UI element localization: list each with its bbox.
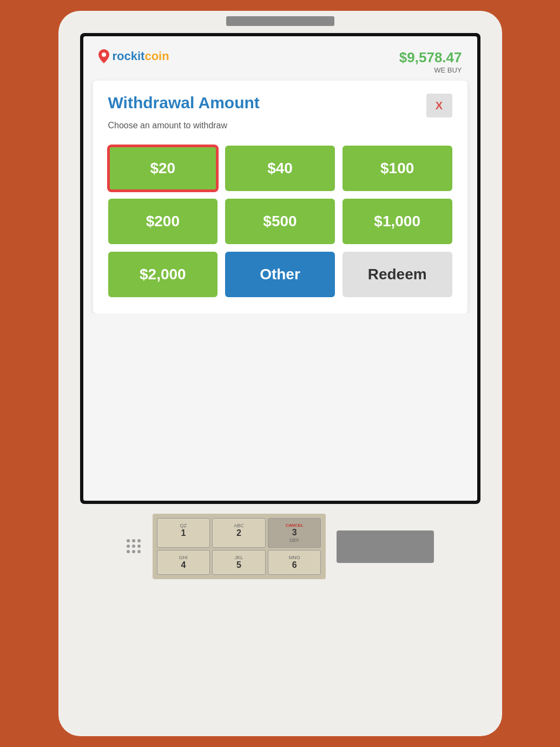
amount-button-2000[interactable]: $2,000 [108,252,218,297]
price-area: $9,578.47 WE BUY [399,49,462,74]
dialog-subtitle: Choose an amount to withdraw [108,121,452,130]
key-1[interactable]: QZ 1 [157,518,210,548]
kiosk-bottom: QZ 1 ABC 2 CANCEL 3 DEF GHI 4 JKL [80,514,480,579]
logo-pin-icon [98,49,109,63]
other-button[interactable]: Other [225,252,335,297]
amount-button-500[interactable]: $500 [225,199,335,244]
key-2[interactable]: ABC 2 [212,518,266,548]
svg-point-0 [102,53,106,57]
logo-area: rockitcoin [98,49,169,63]
btc-price: $9,578.47 [399,49,462,66]
amount-button-40[interactable]: $40 [225,146,335,191]
keypad: QZ 1 ABC 2 CANCEL 3 DEF GHI 4 JKL [153,514,326,579]
speaker-dots [127,539,142,554]
we-buy-label: WE BUY [399,66,462,74]
key-6[interactable]: MNO 6 [268,550,321,575]
top-bar: rockitcoin $9,578.47 WE BUY [83,36,477,81]
key-5[interactable]: JKL 5 [212,550,266,575]
withdrawal-dialog: Withdrawal Amount X Choose an amount to … [93,81,467,313]
dialog-header: Withdrawal Amount X [108,94,452,117]
dialog-title: Withdrawal Amount [108,94,260,112]
amount-grid: $20 $40 $100 $200 $500 $1,000 $2,000 Oth… [108,146,452,297]
amount-button-1000[interactable]: $1,000 [342,199,452,244]
logo-part2: coin [144,49,169,63]
screen: rockitcoin $9,578.47 WE BUY Withdrawal A… [83,36,477,501]
amount-button-200[interactable]: $200 [108,199,218,244]
redeem-button[interactable]: Redeem [342,252,452,297]
logo-part1: rockit [113,49,145,63]
amount-button-100[interactable]: $100 [342,146,452,191]
close-button[interactable]: X [426,94,452,117]
kiosk-body: rockitcoin $9,578.47 WE BUY Withdrawal A… [58,11,502,736]
card-slot [337,530,434,563]
speaker-area [127,539,142,554]
bottom-slot-area: QZ 1 ABC 2 CANCEL 3 DEF GHI 4 JKL [127,514,434,579]
key-cancel-area[interactable]: CANCEL 3 DEF [268,518,321,548]
top-slot [226,16,334,26]
screen-bezel: rockitcoin $9,578.47 WE BUY Withdrawal A… [80,33,480,504]
logo-text: rockitcoin [113,49,169,63]
amount-button-20[interactable]: $20 [108,146,218,191]
cancel-label: CANCEL [271,523,319,528]
screen-bottom-space [83,313,477,501]
key-4[interactable]: GHI 4 [157,550,210,575]
